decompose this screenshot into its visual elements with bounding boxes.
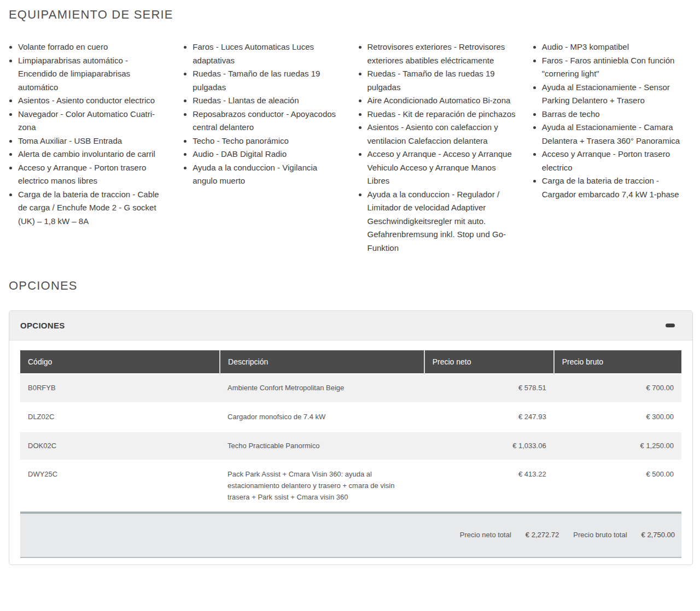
equipment-item: Volante forrado en cuero [18,40,169,54]
equipment-item: Ruedas - Kit de reparación de pinchazos [368,108,518,121]
equipment-item: Barras de techo [542,108,693,121]
cell-precio-bruto: € 500.00 [554,460,681,512]
cell-descripcion: Cargador monofsico de 7.4 kW [220,403,424,432]
equipment-item: Asientos - Asiento con calefaccion y ven… [368,121,518,148]
options-panel: OPCIONES Código Descripción Precio neto … [9,310,693,565]
options-table: Código Descripción Precio neto Precio br… [20,350,681,558]
cell-descripcion: Ambiente Confort Metropolitan Beige [220,374,424,403]
cell-precio-neto: € 413.22 [424,460,554,512]
precio-neto-total-label: Precio neto total [460,530,511,541]
equipment-item: Ayuda al Estacionamiente - Camara Delant… [542,121,693,148]
options-panel-title: OPCIONES [20,321,65,330]
equipment-item: Ayuda a la conduccion - Vigilancia angul… [192,161,343,188]
cell-precio-bruto: € 1,250.00 [554,432,681,461]
equipment-item: Toma Auxiliar - USB Entrada [18,134,169,148]
column-header-precio-neto: Precio neto [424,350,554,374]
totals-row: Precio neto total € 2,272.72 Precio brut… [20,513,681,557]
equipment-item: Faros - Luces Automaticas Luces adaptati… [192,40,343,67]
table-row: DOK02C Techo Practicable Panormico € 1,0… [20,432,681,461]
equipment-item: Ayuda a la conduccion - Regulador / Limi… [368,188,518,255]
equipment-item: Alerta de cambio involuntario de carril [18,148,169,161]
table-row: DLZ02C Cargador monofsico de 7.4 kW € 24… [20,403,681,432]
equipment-item: Techo - Techo panorámico [192,134,343,148]
equipment-column-1: Volante forrado en cuero Limpiaparabrisa… [9,40,169,255]
equipment-item: Ruedas - Tamaño de las ruedas 19 pulgada… [192,67,343,94]
column-header-precio-bruto: Precio bruto [554,350,681,374]
equipment-item: Ayuda al Estacionamiente - Sensor Parkin… [542,81,693,108]
precio-neto-total-value: € 2,272.72 [526,530,559,541]
precio-bruto-total-label: Precio bruto total [573,530,627,541]
cell-codigo: DWY25C [20,460,220,512]
cell-descripcion: Techo Practicable Panormico [220,432,424,461]
options-section-title: OPCIONES [9,279,693,293]
equipment-item: Acceso y Arranque - Acceso y Arranque Ve… [368,148,518,188]
equipment-item: Reposabrazos conductor - Apoyacodos cent… [192,108,343,134]
equipment-item: Ruedas - Tamaño de las ruedas 19 pulgada… [368,67,518,94]
cell-precio-bruto: € 700.00 [554,374,681,403]
options-panel-header[interactable]: OPCIONES [9,311,692,340]
cell-codigo: B0RFYB [20,374,220,403]
cell-codigo: DOK02C [20,432,220,461]
equipment-column-2: Faros - Luces Automaticas Luces adaptati… [183,40,343,255]
table-row: DWY25C Pack Park Assist + Cmara Visin 36… [20,460,681,512]
precio-bruto-total-value: € 2,750.00 [641,530,675,541]
equipment-item: Carga de la bateria de traccion - Cable … [18,188,169,228]
collapse-panel-button[interactable] [664,319,676,331]
totals-container: Precio neto total € 2,272.72 Precio brut… [28,530,675,541]
equipment-item: Carga de la bateria de traccion - Cargad… [542,174,693,201]
column-header-codigo: Código [20,350,220,374]
equipment-item: Ruedas - Llantas de aleación [192,94,343,108]
equipment-columns: Volante forrado en cuero Limpiaparabrisa… [9,40,693,255]
cell-precio-neto: € 247.93 [424,403,554,432]
equipment-item: Navegador - Color Automatico Cuatri-zona [18,108,169,134]
equipment-item: Acceso y Arranque - Porton trasero elect… [18,161,169,188]
equipment-item: Limpiaparabrisas automático - Encendido … [18,54,169,95]
column-header-descripcion: Descripción [220,350,424,374]
page: EQUIPAMIENTO DE SERIE Volante forrado en… [0,0,700,611]
cell-precio-neto: € 1,033.06 [424,432,554,461]
equipment-column-4: Audio - MP3 kompatibel Faros - Faros ant… [533,40,693,255]
cell-descripcion: Pack Park Assist + Cmara Visin 360: ayud… [220,460,424,512]
equipment-item: Retrovisores exteriores - Retrovisores e… [368,40,518,67]
cell-codigo: DLZ02C [20,403,220,432]
options-panel-body: Código Descripción Precio neto Precio br… [9,340,692,565]
equipment-item: Asientos - Asiento conductor electrico [18,94,169,108]
equipment-item: Faros - Faros antiniebla Con función "co… [542,54,693,81]
cell-precio-bruto: € 300.00 [554,403,681,432]
equipment-item: Acceso y Arranque - Porton trasero elect… [542,148,693,174]
table-header-row: Código Descripción Precio neto Precio br… [20,350,681,374]
equipment-item: Audio - DAB Digital Radio [192,148,343,161]
table-row: B0RFYB Ambiente Confort Metropolitan Bei… [20,374,681,403]
equipment-item: Audio - MP3 kompatibel [542,40,693,54]
minus-icon [666,324,675,327]
equipment-item: Aire Acondicionado Automatico Bi-zona [368,94,518,108]
equipment-column-3: Retrovisores exteriores - Retrovisores e… [358,40,518,255]
equipment-section-title: EQUIPAMIENTO DE SERIE [9,8,693,22]
cell-precio-neto: € 578.51 [424,374,554,403]
